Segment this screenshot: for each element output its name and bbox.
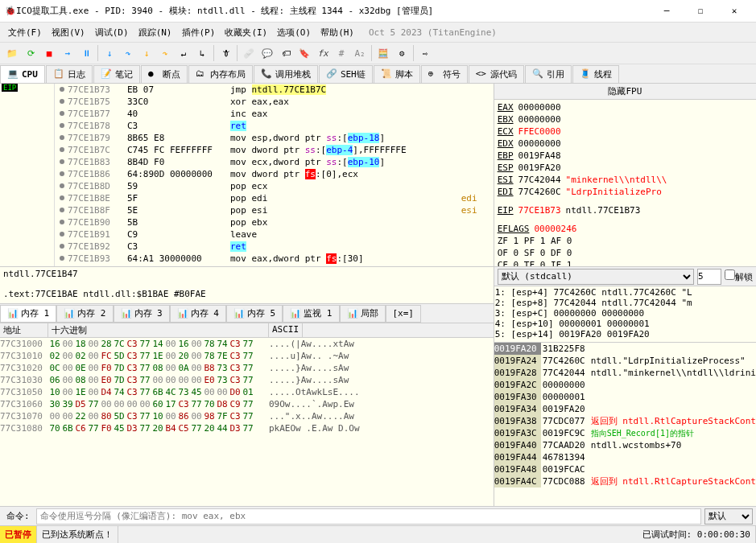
dump-tab-6[interactable]: 📊局部 [340, 305, 386, 323]
disasm-row[interactable]: 77CE1B92C3ret [55, 241, 494, 253]
goto-button[interactable]: ⇨ [416, 44, 434, 62]
menu-O[interactable]: 选项(O) [272, 25, 316, 40]
dump-row[interactable]: 77C310603039D577000000006017C37770D8C977… [0, 398, 494, 410]
functions-button[interactable]: fx [314, 44, 332, 62]
calculator-button[interactable]: 🧮 [374, 44, 392, 62]
close-button[interactable]: ✕ [717, 0, 751, 23]
stack-row[interactable]: 0019FA3877CDC077返回到 ntdll.RtlCaptureStac… [494, 415, 756, 427]
disasm-row[interactable]: 77CE1B7740inc eax [55, 108, 494, 120]
reg-EBP[interactable]: EBP0019FA48 [498, 150, 753, 162]
menu-F[interactable]: 文件(F) [3, 25, 47, 40]
tab-7[interactable]: 📜脚本 [374, 65, 420, 83]
reg-ECX[interactable]: ECXFFEC0000 [498, 125, 753, 138]
tab-5[interactable]: 📞调用堆栈 [254, 65, 318, 83]
disasm-row[interactable]: 77CE1B91C9leave [55, 228, 494, 241]
strings-button[interactable]: A₂ [351, 44, 369, 62]
dump-row[interactable]: 77C3107000002200805DC37710008600987FC377… [0, 410, 494, 422]
maximize-button[interactable]: ☐ [684, 0, 717, 23]
arg-row[interactable]: 3: [esp+C] 00000000 00000000 [495, 308, 755, 319]
tab-11[interactable]: 🧵线程 [572, 65, 619, 83]
dump-row[interactable]: 77C3100016001800287CC377140016007874C377… [0, 338, 494, 350]
settings-button[interactable]: ⚙ [393, 44, 411, 62]
trace-into-button[interactable]: ↓ [138, 44, 155, 62]
stack-pane[interactable]: 0019FA2031B225F80019FA2477C4260Cntdll."L… [494, 343, 756, 506]
restart-button[interactable]: ⟳ [22, 44, 39, 62]
reg-EBX[interactable]: EBX00000000 [498, 113, 753, 125]
dump-tab-3[interactable]: 📊内存 4 [170, 305, 226, 323]
disasm-row[interactable]: 77CE1B8D59pop ecx [55, 180, 494, 192]
variables-button[interactable]: # [333, 44, 350, 62]
dump-tab-1[interactable]: 📊内存 2 [56, 305, 113, 323]
trace-over-button[interactable]: ↷ [156, 44, 174, 62]
reg-EDX[interactable]: EDX00000000 [498, 138, 753, 150]
step-over-button[interactable]: ↷ [119, 44, 137, 62]
registers-pane[interactable]: EAX00000000EBX00000000ECXFFEC0000EDX0000… [494, 100, 756, 267]
struct-button[interactable]: [x=] [386, 305, 422, 323]
hide-fpu-button[interactable]: 隐藏FPU [498, 85, 753, 97]
tab-2[interactable]: 📝笔记 [93, 65, 140, 83]
bookmarks-button[interactable]: 🔖 [295, 44, 313, 62]
tab-4[interactable]: 🗂内存布局 [188, 65, 253, 83]
stack-row[interactable]: 0019FA2031B225F8 [494, 343, 756, 355]
dump-tab-0[interactable]: 📊内存 1 [0, 305, 56, 323]
pause-button[interactable]: ⏸ [77, 44, 95, 62]
dump-pane[interactable]: 地址 十六进制 ASCII 77C3100016001800287CC37714… [0, 323, 494, 506]
stack-row[interactable]: 0019FA2C00000000 [494, 379, 756, 391]
command-mode-select[interactable]: 默认 [704, 508, 753, 524]
arg-row[interactable]: 5: [esp+14] 0019FA20 0019FA20 [495, 329, 755, 339]
dump-row[interactable]: 77C3105010001E00D474C3776B4C73450000D001… [0, 386, 494, 398]
dump-row[interactable]: 77C3101002000200FC5DC3771E002000787EC377… [0, 350, 494, 362]
menu-V[interactable]: 视图(V) [47, 25, 90, 40]
stack-row[interactable]: 0019FA4446781394 [494, 451, 756, 463]
dump-tab-4[interactable]: 📊内存 5 [226, 305, 283, 323]
disasm-row[interactable]: 77CE1B8F5Epop esiesi [55, 204, 494, 216]
disasm-row[interactable]: 77CE1B7533C0xor eax,eax [55, 96, 494, 108]
reg-EFLAGS[interactable]: EFLAGS00000246 [498, 223, 753, 235]
menu-N[interactable]: 跟踪(N) [134, 25, 177, 40]
stack-row[interactable]: 0019FA3000000001 [494, 391, 756, 403]
tab-8[interactable]: ⊕符号 [421, 65, 468, 83]
tab-0[interactable]: 💻CPU [0, 65, 45, 83]
disasm-row[interactable]: 77CE1B9933C9xor ecx,ecx [55, 265, 494, 266]
stop-button[interactable]: ■ [40, 44, 58, 62]
stack-row[interactable]: 0019FA2477C4260Cntdll."LdrpInitializePro… [494, 355, 756, 367]
disasm-row[interactable]: 77CE1B8664:890D 00000000mov dword ptr fs… [55, 168, 494, 180]
dump-tab-5[interactable]: 📊监视 1 [283, 305, 339, 323]
stack-row[interactable]: 0019FA340019FA20 [494, 403, 756, 415]
reg-ESI[interactable]: ESI77C42044"minkernel\\ntdll\\ [498, 174, 753, 186]
stack-row[interactable]: 0019FA4C77CDC088返回到 ntdll.RtlCaptureStac… [494, 475, 756, 487]
run-to-user-button[interactable]: ↳ [193, 44, 211, 62]
stack-row[interactable]: 0019FA4077CAAD20ntdll.wcstombs+70 [494, 439, 756, 451]
tab-10[interactable]: 🔍引用 [525, 65, 572, 83]
menu-H[interactable]: 帮助(H) [316, 25, 359, 40]
reg-ESP[interactable]: ESP0019FA20 [498, 162, 753, 174]
reg-EIP[interactable]: EIP77CE1B73ntdll.77CE1B73 [498, 204, 753, 216]
step-into-button[interactable]: ↓ [101, 44, 118, 62]
menu-P[interactable]: 插件(P) [177, 25, 221, 40]
comments-button[interactable]: 💬 [258, 44, 276, 62]
stack-row[interactable]: 0019FA2877C42044ntdll."minkernel\\ntdll\… [494, 367, 756, 379]
dump-hdr-addr[interactable]: 地址 [0, 323, 48, 337]
calling-convention-select[interactable]: 默认 (stdcall) [498, 269, 694, 285]
open-button[interactable]: 📁 [3, 44, 21, 62]
run-button[interactable]: → [59, 44, 76, 62]
disasm-row[interactable]: 77CE1B73EB 07jmp ntdll.77CE1B7C [55, 84, 494, 96]
arg-count-input[interactable] [697, 269, 721, 285]
minimize-button[interactable]: ─ [650, 0, 684, 23]
stack-row[interactable]: 0019FA480019FCAC [494, 463, 756, 475]
stack-row[interactable]: 0019FA3C0019FC9C [494, 427, 756, 439]
menu-I[interactable]: 收藏夹(I) [220, 25, 272, 40]
disasm-row[interactable]: 77CE1B838B4D F0mov ecx,dword ptr ss:[ebp… [55, 156, 494, 168]
arg-row[interactable]: 1: [esp+4] 77C4260C ntdll.77C4260C "L [495, 287, 755, 298]
tab-6[interactable]: 🔗SEH链 [319, 65, 373, 83]
menu-D[interactable]: 调试(D) [90, 25, 134, 40]
disasm-row[interactable]: 77CE1B798B65 E8mov esp,dword ptr ss:[ebp… [55, 132, 494, 144]
dump-row[interactable]: 77C31080706BC677F045D37720B4C5772044D377… [0, 422, 494, 434]
disasm-row[interactable]: 77CE1B9364:A1 30000000mov eax,dword ptr … [55, 253, 494, 265]
reg-EAX[interactable]: EAX00000000 [498, 101, 753, 113]
arg-row[interactable]: 2: [esp+8] 77C42044 ntdll.77C42044 "m [495, 298, 755, 308]
tab-9[interactable]: <>源代码 [469, 65, 524, 83]
disasm-row[interactable]: 77CE1B905Bpop ebx [55, 216, 494, 228]
labels-button[interactable]: 🏷 [277, 44, 295, 62]
disasm-row[interactable]: 77CE1B8E5Fpop ediedi [55, 192, 494, 204]
